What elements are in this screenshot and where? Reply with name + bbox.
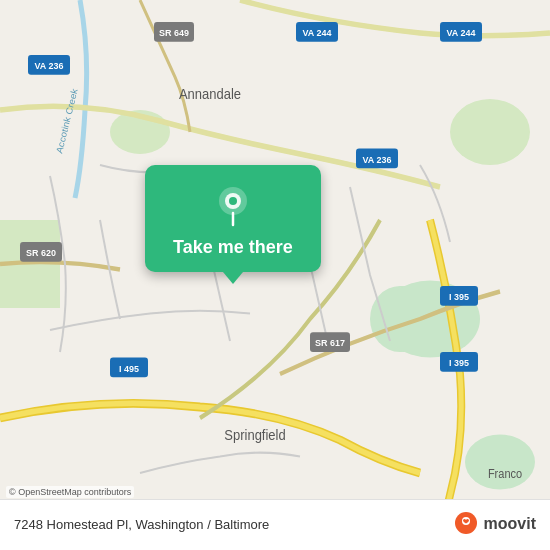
copyright-text: © OpenStreetMap contributors	[9, 487, 131, 497]
location-pin-icon	[211, 183, 255, 227]
moovit-logo: moovit	[452, 510, 536, 538]
svg-text:VA 236: VA 236	[363, 153, 392, 165]
take-me-there-button[interactable]: Take me there	[145, 165, 321, 272]
svg-text:SR 649: SR 649	[159, 27, 189, 39]
svg-text:SR 620: SR 620	[26, 247, 56, 259]
map-container: VA 236 SR 649 VA 244 VA 244 VA 236 SR 62…	[0, 0, 550, 550]
map-roads: VA 236 SR 649 VA 244 VA 244 VA 236 SR 62…	[0, 0, 550, 550]
svg-text:I 495: I 495	[119, 362, 139, 374]
bottom-bar: 7248 Homestead Pl, Washington / Baltimor…	[0, 499, 550, 550]
moovit-icon	[452, 510, 480, 538]
moovit-text: moovit	[484, 515, 536, 533]
take-me-there-container: Take me there	[145, 165, 321, 272]
take-me-there-label: Take me there	[173, 237, 293, 258]
svg-point-4	[450, 99, 530, 165]
address-text: 7248 Homestead Pl, Washington / Baltimor…	[14, 517, 269, 532]
svg-text:I 395: I 395	[449, 357, 469, 369]
svg-text:Accotink Creek: Accotink Creek	[54, 87, 80, 155]
svg-text:Annandale: Annandale	[179, 86, 241, 102]
take-me-there-wrapper: Take me there	[145, 165, 321, 272]
svg-text:Franco: Franco	[488, 468, 522, 481]
svg-text:VA 236: VA 236	[35, 60, 64, 72]
svg-point-5	[465, 435, 535, 490]
svg-text:VA 244: VA 244	[303, 27, 333, 39]
svg-text:VA 244: VA 244	[447, 27, 477, 39]
svg-text:Springfield: Springfield	[224, 427, 285, 443]
svg-text:SR 617: SR 617	[315, 337, 345, 349]
svg-text:I 395: I 395	[449, 291, 469, 303]
copyright-notice: © OpenStreetMap contributors	[6, 486, 134, 498]
svg-point-36	[229, 197, 237, 205]
